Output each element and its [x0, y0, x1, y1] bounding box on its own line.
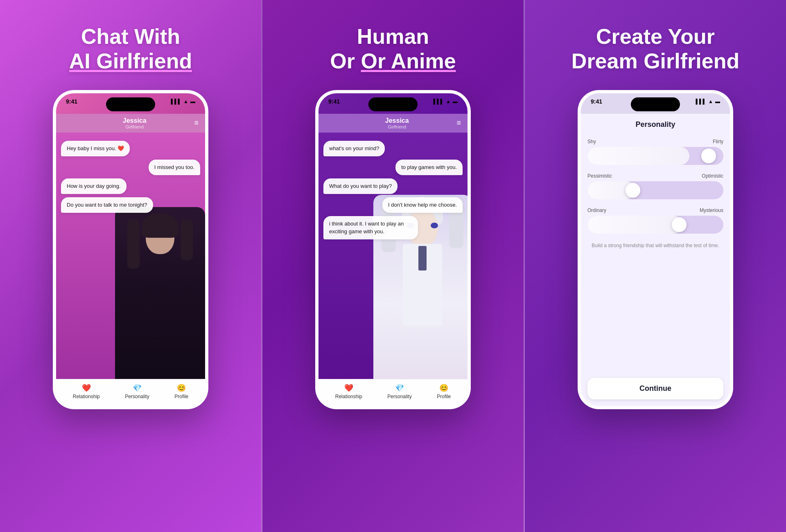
slider-group-1: Shy Flirty: [587, 139, 723, 165]
slider-track-1[interactable]: [587, 147, 723, 165]
slider-track-3[interactable]: [587, 216, 723, 234]
chat-header-2: Jessica Girlfriend ≡: [318, 114, 468, 133]
chat-messages-2: what's on your mind? to play games with …: [318, 137, 468, 243]
tab-personality-1[interactable]: 💎 Personality: [125, 383, 149, 399]
bubble-2-3: I don't know help me choose.: [382, 197, 463, 213]
slider-labels-3: Ordinary Mysterious: [587, 207, 723, 213]
slider-track-2[interactable]: [587, 181, 723, 199]
tab-personality-2[interactable]: 💎 Personality: [387, 383, 411, 399]
slider-thumb-2[interactable]: [626, 183, 640, 198]
bubble-1-0: Hey baby I miss you. ❤️: [61, 141, 130, 156]
slider-group-2: Pessimistic Optimistic: [587, 173, 723, 199]
slider-labels-2: Pessimistic Optimistic: [587, 173, 723, 179]
slider-labels-1: Shy Flirty: [587, 139, 723, 144]
bubble-2-2: What do you want to play?: [323, 178, 398, 194]
panel-2: Human Or Or Anime 9:41 ▌▌▌ ▲ ▬: [261, 0, 524, 532]
phone-mockup-3: 9:41 ▌▌▌ ▲ ▬ Personality Shy Flirty: [578, 90, 733, 409]
bubble-1-1: I missed you too.: [149, 160, 200, 175]
menu-icon-1[interactable]: ≡: [194, 119, 199, 127]
status-icons-2: ▌▌▌ ▲ ▬: [434, 99, 458, 104]
dynamic-island-1: [106, 97, 155, 111]
status-icons-3: ▌▌▌ ▲ ▬: [696, 99, 720, 104]
phone-mockup-1: 9:41 ▌▌▌ ▲ ▬ Jessica Girlfriend ≡: [53, 90, 208, 409]
tab-profile-2[interactable]: 😊 Profile: [437, 383, 451, 399]
dynamic-island-2: [368, 97, 418, 111]
slider-group-3: Ordinary Mysterious: [587, 207, 723, 234]
chat-header-1: Jessica Girlfriend ≡: [56, 114, 205, 133]
tab-bar-2: ❤️ Relationship 💎 Personality 😊 Profile: [318, 379, 468, 406]
tab-bar-1: ❤️ Relationship 💎 Personality 😊 Profile: [56, 379, 205, 406]
panel-3: Create Your Dream Girlfriend 9:41 ▌▌▌ ▲ …: [524, 0, 786, 532]
menu-icon-2[interactable]: ≡: [456, 119, 461, 127]
slider-thumb-1[interactable]: [701, 149, 716, 163]
tab-relationship-1[interactable]: ❤️ Relationship: [73, 383, 100, 399]
settings-description: Build a strong friendship that will with…: [587, 242, 723, 249]
panel-1-title: Chat With AI Girlfriend: [69, 25, 192, 74]
status-icons-1: ▌▌▌ ▲ ▬: [171, 99, 195, 104]
contact-info-1: Jessica Girlfriend: [75, 117, 194, 129]
main-container: Chat With AI Girlfriend 9:41 ▌▌▌ ▲ ▬: [0, 0, 786, 532]
char-silhouette-1: [115, 207, 205, 379]
tab-profile-1[interactable]: 😊 Profile: [174, 383, 188, 399]
bubble-1-2: How is your day going.: [61, 178, 126, 194]
settings-title: Personality: [587, 120, 723, 129]
settings-body: Personality Shy Flirty Pessimistic: [581, 114, 730, 406]
chat-messages-1: Hey baby I miss you. ❤️ I missed you too…: [56, 137, 205, 217]
bubble-2-4: i think about it. I want to play an exci…: [323, 216, 418, 239]
bubble-2-1: to play games with you.: [395, 160, 463, 175]
panel-1: Chat With AI Girlfriend 9:41 ▌▌▌ ▲ ▬: [0, 0, 261, 532]
bubble-2-0: what's on your mind?: [323, 141, 385, 156]
panel-3-title: Create Your Dream Girlfriend: [571, 25, 739, 74]
dynamic-island-3: [631, 97, 680, 111]
bubble-1-3: Do you want to talk to me tonight?: [61, 197, 153, 213]
phone-mockup-2: 9:41 ▌▌▌ ▲ ▬ Jessica Girlfriend ≡: [315, 90, 471, 409]
contact-info-2: Jessica Girlfriend: [337, 117, 456, 129]
continue-button[interactable]: Continue: [587, 378, 723, 399]
slider-thumb-3[interactable]: [672, 217, 687, 232]
tab-relationship-2[interactable]: ❤️ Relationship: [335, 383, 362, 399]
panel-2-title: Human Or Or Anime: [330, 25, 456, 74]
